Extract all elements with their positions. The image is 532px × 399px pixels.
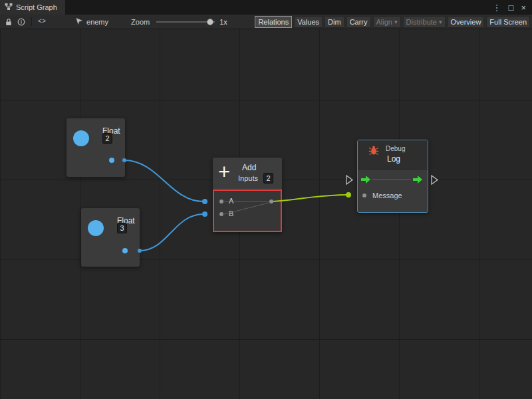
window-controls: ⋮ □ × — [493, 0, 532, 15]
add-node-ports-selected[interactable]: A B — [213, 190, 282, 232]
add-node-header: + Add Inputs 2 — [213, 158, 282, 190]
debug-log-node[interactable]: Debug Log Message — [357, 140, 428, 213]
toolbar-button-fullscreen[interactable]: Full Screen — [486, 16, 530, 28]
float-type-icon — [73, 130, 89, 146]
toolbar-button-overview[interactable]: Overview — [448, 16, 485, 28]
toolbar-button-carry[interactable]: Carry — [346, 16, 371, 28]
node-title: Add — [242, 163, 256, 172]
pointer-icon — [75, 17, 83, 27]
wire1-end-dot — [202, 199, 207, 204]
float-type-icon — [88, 220, 104, 236]
toolbar-button-align[interactable]: Align▾ — [373, 16, 401, 28]
port-b-label: B — [229, 209, 233, 217]
graph-canvas[interactable]: Float 2 Float 3 + Add Inputs 2 A B — [0, 29, 532, 399]
chevron-down-icon: ▾ — [439, 19, 442, 25]
wire3-end-dot — [346, 192, 351, 198]
inputs-label: Inputs — [238, 174, 258, 182]
button-label: Relations — [258, 18, 289, 26]
graph-reference[interactable]: enemy — [75, 17, 108, 27]
float-node-1[interactable]: Float 2 — [66, 118, 125, 177]
port-a-label: A — [229, 197, 233, 205]
chevron-down-icon: ▾ — [394, 19, 398, 25]
button-label: Dim — [328, 18, 341, 26]
zoom-slider-track[interactable] — [156, 21, 215, 23]
inputs-count-field[interactable]: 2 — [263, 173, 273, 184]
titlebar: Script Graph ⋮ □ × — [0, 0, 532, 15]
toolbar-button-relations[interactable]: Relations — [255, 16, 292, 28]
wire-float1-to-add-a[interactable] — [124, 160, 203, 201]
bug-icon — [368, 145, 379, 157]
zoom-label: Zoom — [131, 18, 150, 26]
info-icon[interactable] — [17, 18, 25, 26]
zoom-slider[interactable] — [156, 18, 215, 26]
tab-script-graph[interactable]: Script Graph — [0, 0, 65, 15]
wire-float2-to-add-b[interactable] — [140, 214, 203, 251]
button-label: Align — [376, 18, 392, 26]
node-category: Debug — [386, 145, 405, 152]
message-port-label: Message — [372, 192, 402, 200]
button-label: Carry — [350, 18, 368, 26]
add-node[interactable]: + Add Inputs 2 A B — [213, 158, 282, 232]
node-title: Log — [387, 154, 400, 164]
graph-asset-icon — [5, 3, 13, 12]
lock-icon[interactable] — [5, 18, 12, 26]
close-icon[interactable]: × — [521, 3, 526, 12]
zoom-control: Zoom 1x — [131, 18, 227, 26]
float-node-2[interactable]: Float 3 — [81, 208, 140, 267]
kebab-menu-icon[interactable]: ⋮ — [493, 3, 501, 12]
toolbar-button-distribute[interactable]: Distribute▾ — [403, 16, 446, 28]
graph-name: enemy — [86, 18, 108, 26]
float-value-field[interactable]: 3 — [117, 223, 127, 233]
zoom-slider-handle[interactable] — [207, 19, 213, 25]
wire-add-to-debug-message[interactable] — [273, 195, 346, 201]
button-label: Overview — [451, 18, 481, 26]
button-label: Full Screen — [489, 18, 527, 26]
toolbar-button-values[interactable]: Values — [294, 16, 323, 28]
button-label: Distribute — [406, 18, 437, 26]
flow-output-triangle-port[interactable] — [432, 176, 438, 184]
graph-toolbar: <> enemy Zoom 1x Relations Values Dim Ca… — [0, 15, 532, 29]
wire2-end-dot — [202, 211, 207, 217]
float-value-field[interactable]: 2 — [102, 133, 112, 144]
toolbar-button-group: Relations Values Dim Carry Align▾ Distri… — [253, 16, 530, 28]
debug-node-header: Debug Log — [358, 140, 428, 170]
button-label: Values — [297, 18, 319, 26]
toolbar-separator — [31, 17, 32, 26]
flow-input-triangle-port[interactable] — [346, 176, 352, 184]
zoom-value: 1x — [219, 18, 227, 26]
tab-label: Script Graph — [16, 3, 57, 11]
plus-icon: + — [218, 159, 230, 186]
code-icon[interactable]: <> — [38, 18, 46, 25]
maximize-icon[interactable]: □ — [509, 3, 514, 12]
toolbar-button-dim[interactable]: Dim — [325, 16, 344, 28]
